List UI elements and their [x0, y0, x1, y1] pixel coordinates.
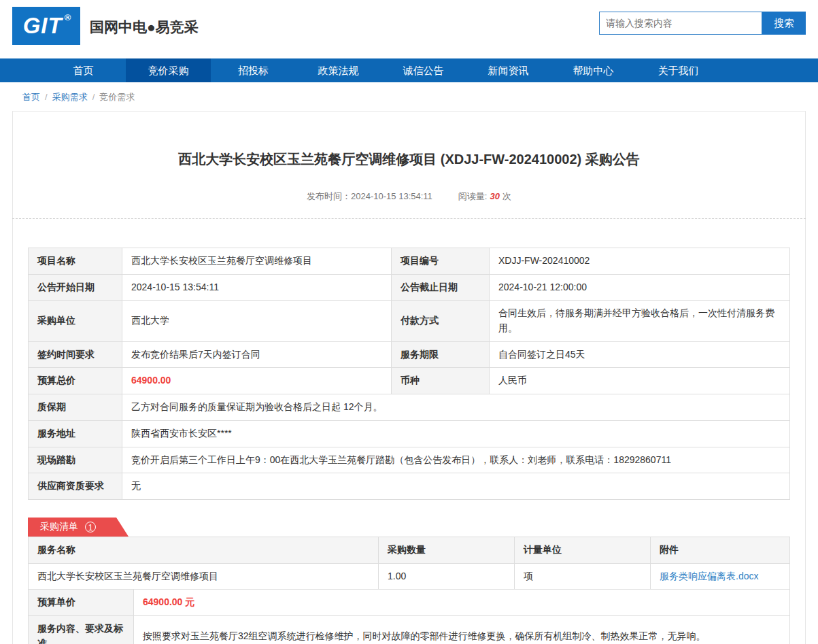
- purchase-list-badge-label: 采购清单: [40, 521, 78, 533]
- nav-item-bidding-purchase[interactable]: 竞价采购: [126, 56, 211, 82]
- notice-start-value: 2024-10-15 13:54:11: [122, 274, 392, 301]
- search-button[interactable]: 搜索: [762, 12, 806, 35]
- views-count: 30: [490, 191, 499, 201]
- table-row: 西北大学长安校区玉兰苑餐厅空调维修项目 1.00 项 服务类响应偏离表.docx: [29, 563, 790, 590]
- supplier-qualification-value: 无: [122, 473, 790, 500]
- budget-total-label: 预算总价: [29, 368, 122, 394]
- service-name-header: 服务名称: [29, 537, 379, 563]
- signing-time-label: 签约时间要求: [29, 341, 122, 368]
- nav-item-about-us[interactable]: 关于我们: [636, 58, 721, 82]
- quantity-value: 1.00: [379, 563, 515, 590]
- payment-method-label: 付款方式: [392, 301, 490, 341]
- git-logo[interactable]: GIT®: [12, 7, 80, 45]
- table-row: 供应商资质要求 无: [29, 473, 790, 500]
- signing-time-value: 发布竞价结果后7天内签订合同: [122, 341, 392, 368]
- table-row: 项目名称 西北大学长安校区玉兰苑餐厅空调维修项目 项目编号 XDJJ-FW-20…: [29, 248, 790, 275]
- site-header: GIT® 国网中电●易竞采 搜索: [0, 0, 818, 58]
- service-period-value: 自合同签订之日45天: [490, 341, 790, 368]
- service-name-value: 西北大学长安校区玉兰苑餐厅空调维修项目: [29, 563, 379, 590]
- service-period-label: 服务期限: [392, 341, 490, 368]
- announcement-meta: 发布时间：2024-10-15 13:54:11阅读量:30次: [28, 190, 790, 203]
- site-survey-value: 竞价开启后第三个工作日上午9：00在西北大学玉兰苑餐厅踏勘（包含公告发布日），联…: [122, 447, 790, 473]
- budget-total-value: 64900.00: [122, 368, 392, 394]
- table-row: 采购单位 西北大学 付款方式 合同生效后，待服务期满并经甲方验收合格后，一次性付…: [29, 301, 790, 341]
- purchase-detail-table: 预算单价 64900.00 元 服务内容、要求及标准 按照要求对玉兰苑餐厅32组…: [28, 589, 790, 644]
- nav-item-integrity-notices[interactable]: 诚信公告: [381, 58, 466, 82]
- project-name-value: 西北大学长安校区玉兰苑餐厅空调维修项目: [122, 248, 392, 275]
- attachment-link[interactable]: 服务类响应偏离表.docx: [660, 571, 758, 581]
- nav-item-help-center[interactable]: 帮助中心: [551, 58, 636, 82]
- payment-method-value: 合同生效后，待服务期满并经甲方验收合格后，一次性付清服务费用。: [490, 301, 790, 341]
- table-row: 服务内容、要求及标准 按照要求对玉兰苑餐厅32组空调系统进行检修维护，同时对故障…: [29, 615, 790, 644]
- purchaser-label: 采购单位: [29, 301, 122, 341]
- table-row: 签约时间要求 发布竞价结果后7天内签订合同 服务期限 自合同签订之日45天: [29, 341, 790, 368]
- purchase-list-count-icon: 1: [85, 522, 96, 532]
- views-unit: 次: [502, 191, 511, 201]
- publish-time-label: 发布时间：: [307, 191, 351, 201]
- budget-unit-price-value: 64900.00 元: [134, 590, 790, 616]
- notice-start-label: 公告开始日期: [29, 274, 122, 301]
- notice-end-value: 2024-10-21 12:00:00: [490, 274, 790, 301]
- budget-unit-price-label: 预算单价: [29, 590, 134, 616]
- nav-item-tenders[interactable]: 招投标: [211, 58, 296, 82]
- purchase-list-badge: 采购清单 1: [28, 518, 129, 537]
- nav-item-home[interactable]: 首页: [41, 58, 126, 82]
- attachment-header: 附件: [651, 537, 790, 563]
- search-input[interactable]: [599, 12, 762, 35]
- notice-end-label: 公告截止日期: [392, 274, 490, 301]
- warranty-value: 乙方对合同服务的质量保证期为验收合格后之日起 12个月。: [122, 394, 790, 421]
- purchase-list-table: 服务名称 采购数量 计量单位 附件 西北大学长安校区玉兰苑餐厅空调维修项目 1.…: [28, 537, 790, 590]
- breadcrumb-current: 竞价需求: [99, 92, 135, 102]
- warranty-label: 质保期: [29, 394, 122, 421]
- table-header-row: 服务名称 采购数量 计量单位 附件: [29, 537, 790, 563]
- unit-value: 项: [515, 563, 651, 590]
- service-address-label: 服务地址: [29, 420, 122, 447]
- nav-item-policies[interactable]: 政策法规: [296, 58, 381, 82]
- project-code-label: 项目编号: [392, 248, 490, 275]
- service-address-value: 陕西省西安市长安区****: [122, 420, 790, 447]
- purchaser-value: 西北大学: [122, 301, 392, 341]
- table-row: 质保期 乙方对合同服务的质量保证期为验收合格后之日起 12个月。: [29, 394, 790, 421]
- currency-label: 币种: [392, 368, 490, 394]
- search-bar: 搜索: [599, 12, 806, 35]
- unit-header: 计量单位: [515, 537, 651, 563]
- table-row: 公告开始日期 2024-10-15 13:54:11 公告截止日期 2024-1…: [29, 274, 790, 301]
- table-row: 预算总价 64900.00 币种 人民币: [29, 368, 790, 394]
- git-logo-text: GIT: [23, 13, 63, 39]
- breadcrumb-purchase-demand-link[interactable]: 采购需求: [52, 92, 88, 102]
- breadcrumb-separator: /: [92, 92, 95, 102]
- nav-item-news[interactable]: 新闻资讯: [466, 58, 551, 82]
- quantity-header: 采购数量: [379, 537, 515, 563]
- breadcrumb: 首页/采购需求/竞价需求: [0, 82, 818, 111]
- publish-time-value: 2024-10-15 13:54:11: [351, 191, 432, 201]
- views-label: 阅读量:: [458, 191, 488, 201]
- service-content-value: 按照要求对玉兰苑餐厅32组空调系统进行检修维护，同时对故障的零部件进行维修更换，…: [134, 615, 790, 644]
- registered-trademark-icon: ®: [65, 12, 72, 22]
- page-title: 西北大学长安校区玉兰苑餐厅空调维修项目 (XDJJ-FW-202410002) …: [28, 150, 790, 169]
- breadcrumb-home-link[interactable]: 首页: [22, 92, 40, 102]
- site-survey-label: 现场踏勘: [29, 447, 122, 473]
- service-content-label: 服务内容、要求及标准: [29, 615, 134, 644]
- project-name-label: 项目名称: [29, 248, 122, 275]
- dashed-divider: [12, 218, 806, 219]
- project-info-table: 项目名称 西北大学长安校区玉兰苑餐厅空调维修项目 项目编号 XDJJ-FW-20…: [28, 248, 790, 500]
- project-code-value: XDJJ-FW-202410002: [490, 248, 790, 275]
- table-row: 预算单价 64900.00 元: [29, 590, 790, 616]
- supplier-qualification-label: 供应商资质要求: [29, 473, 122, 500]
- main-nav: 首页 竞价采购 招投标 政策法规 诚信公告 新闻资讯 帮助中心 关于我们: [0, 58, 818, 82]
- table-row: 现场踏勘 竞价开启后第三个工作日上午9：00在西北大学玉兰苑餐厅踏勘（包含公告发…: [29, 447, 790, 473]
- site-brand-title: 国网中电●易竞采: [90, 18, 199, 37]
- table-row: 服务地址 陕西省西安市长安区****: [29, 420, 790, 447]
- breadcrumb-separator: /: [45, 92, 48, 102]
- announcement-card: 西北大学长安校区玉兰苑餐厅空调维修项目 (XDJJ-FW-202410002) …: [12, 111, 806, 644]
- currency-value: 人民币: [490, 368, 790, 394]
